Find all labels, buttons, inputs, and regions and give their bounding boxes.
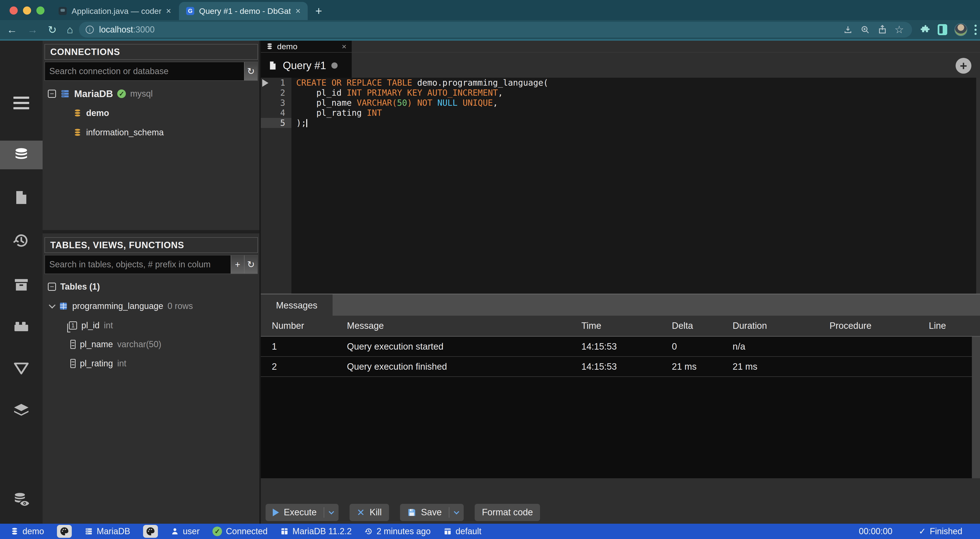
rail-item-files[interactable] [0, 183, 43, 212]
code-line[interactable]: pl_name VARCHAR(50) NOT NULL UNIQUE, [296, 98, 973, 108]
objects-refresh-button[interactable]: ↻ [244, 255, 258, 274]
connected-check-icon: ✓ [212, 526, 222, 536]
status-connection[interactable]: MariaDB [85, 526, 130, 536]
status-connected[interactable]: ✓ Connected [212, 526, 267, 536]
side-panel-icon[interactable] [938, 24, 947, 35]
profile-avatar[interactable] [955, 23, 967, 36]
execute-button[interactable]: Execute [266, 504, 339, 521]
tab-title: Query #1 - demo - DbGate [199, 6, 291, 16]
reload-icon[interactable]: ↻ [48, 24, 57, 36]
database-icon [73, 128, 82, 137]
tab-close-icon[interactable]: × [342, 42, 347, 51]
minimize-window-button[interactable] [23, 6, 31, 14]
rail-item-archive[interactable] [0, 271, 43, 299]
maximize-window-button[interactable] [37, 6, 45, 14]
code-token: pl_rating [296, 108, 367, 118]
address-bar[interactable]: i localhost:3000 ☆ [79, 22, 912, 38]
chevron-down-icon[interactable] [49, 302, 56, 309]
messages-cell: 2 [261, 361, 336, 372]
format-code-button[interactable]: Format code [475, 504, 540, 521]
rail-item-plugins[interactable] [0, 312, 43, 341]
rail-item-data-observer[interactable] [0, 485, 43, 514]
table-row-programming-language[interactable]: programming_language 0 rows [43, 296, 259, 315]
panel-divider[interactable] [43, 230, 259, 233]
messages-column-header[interactable]: Procedure [818, 321, 918, 331]
kill-button[interactable]: ✕ Kill [350, 504, 389, 521]
column-row-pl-id[interactable]: 1 pl_id int [43, 316, 259, 335]
forward-icon[interactable]: → [27, 24, 38, 36]
back-icon[interactable]: ← [7, 24, 17, 36]
window-controls[interactable] [10, 6, 45, 14]
rail-item-filters[interactable] [0, 354, 43, 383]
code-line[interactable]: pl_rating INT [296, 108, 973, 118]
status-version[interactable]: MariaDB 11.2.2 [280, 526, 352, 536]
tab-close-icon[interactable]: × [166, 6, 171, 16]
messages-row[interactable]: 1Query execution started14:15:530n/a [261, 337, 980, 357]
tab-messages[interactable]: Messages [261, 294, 332, 316]
code-line[interactable]: CREATE OR REPLACE TABLE demo.programming… [296, 78, 973, 88]
site-info-icon[interactable]: i [86, 25, 94, 34]
messages-scrollbar[interactable] [972, 337, 980, 478]
gutter-line-number[interactable]: 2 [261, 88, 291, 98]
extensions-icon[interactable] [920, 25, 931, 35]
gutter-line-number[interactable]: 3 [261, 98, 291, 108]
collapse-icon[interactable]: − [48, 283, 56, 291]
share-icon[interactable] [877, 25, 888, 35]
connections-refresh-button[interactable]: ↻ [244, 62, 258, 80]
server-icon [60, 89, 70, 98]
browser-tab-active[interactable]: G Query #1 - demo - DbGate × [179, 2, 308, 20]
status-user[interactable]: user [171, 526, 200, 536]
status-schema[interactable]: default [444, 526, 481, 536]
objects-add-button[interactable]: + [231, 255, 244, 274]
new-query-button[interactable]: + [956, 58, 971, 74]
column-row-pl-name[interactable]: pl_name varchar(50) [43, 335, 259, 354]
rail-item-history[interactable] [0, 226, 43, 255]
status-last-used[interactable]: 2 minutes ago [364, 526, 431, 536]
save-button[interactable]: Save [400, 504, 464, 521]
messages-column-header[interactable]: Message [336, 321, 570, 331]
database-tab-demo[interactable]: demo × [261, 41, 352, 52]
gutter-line-number[interactable]: 1 [261, 78, 291, 88]
code-line[interactable]: pl_id INT PRIMARY KEY AUTO_INCREMENT, [296, 88, 973, 98]
messages-column-header[interactable]: Number [261, 321, 336, 331]
home-icon[interactable]: ⌂ [67, 24, 73, 36]
execute-dropdown-button[interactable] [324, 507, 339, 518]
new-tab-button[interactable]: + [315, 4, 322, 17]
tables-group-row[interactable]: − Tables (1) [43, 277, 259, 296]
tab-close-icon[interactable]: × [296, 6, 301, 16]
connection-engine: mysql [130, 89, 153, 99]
url-text[interactable]: localhost:3000 [99, 25, 154, 35]
messages-column-header[interactable]: Line [918, 321, 980, 331]
file-tab-query1[interactable]: Query #1 [261, 52, 352, 78]
messages-row[interactable]: 2Query execution finished14:15:5321 ms21… [261, 357, 980, 377]
gutter-line-number[interactable]: 4 [261, 108, 291, 118]
connection-row-mariadb[interactable]: − MariaDB ✓ mysql [43, 84, 259, 103]
objects-search-input[interactable] [45, 255, 231, 274]
status-database[interactable]: demo [11, 526, 44, 536]
editor-code[interactable]: CREATE OR REPLACE TABLE demo.programming… [291, 78, 973, 128]
install-app-icon[interactable] [843, 25, 853, 35]
code-token: NOT [417, 98, 432, 108]
database-row-demo[interactable]: demo [43, 103, 259, 123]
messages-column-header[interactable]: Time [570, 321, 661, 331]
browser-tab-inactive[interactable]: Application.java — coder — co × [51, 2, 178, 20]
code-line[interactable]: ); [296, 118, 973, 128]
rail-item-database[interactable] [0, 141, 43, 169]
database-color-button[interactable] [57, 525, 72, 538]
messages-column-header[interactable]: Delta [661, 321, 722, 331]
zoom-page-icon[interactable] [860, 25, 870, 35]
messages-column-header[interactable]: Duration [722, 321, 818, 331]
bookmark-star-icon[interactable]: ☆ [894, 25, 904, 35]
rail-item-layers[interactable] [0, 396, 43, 425]
connections-search-input[interactable] [45, 62, 244, 80]
gutter-line-number[interactable]: 5 [261, 118, 291, 128]
menu-button[interactable] [0, 89, 43, 117]
browser-menu-icon[interactable] [975, 25, 977, 35]
save-dropdown-button[interactable] [449, 507, 464, 518]
connection-color-button[interactable] [143, 525, 158, 538]
close-window-button[interactable] [10, 6, 18, 14]
database-row-information-schema[interactable]: information_schema [43, 123, 259, 142]
execute-line-icon[interactable] [262, 79, 269, 87]
collapse-icon[interactable]: − [48, 90, 56, 98]
column-row-pl-rating[interactable]: pl_rating int [43, 354, 259, 373]
